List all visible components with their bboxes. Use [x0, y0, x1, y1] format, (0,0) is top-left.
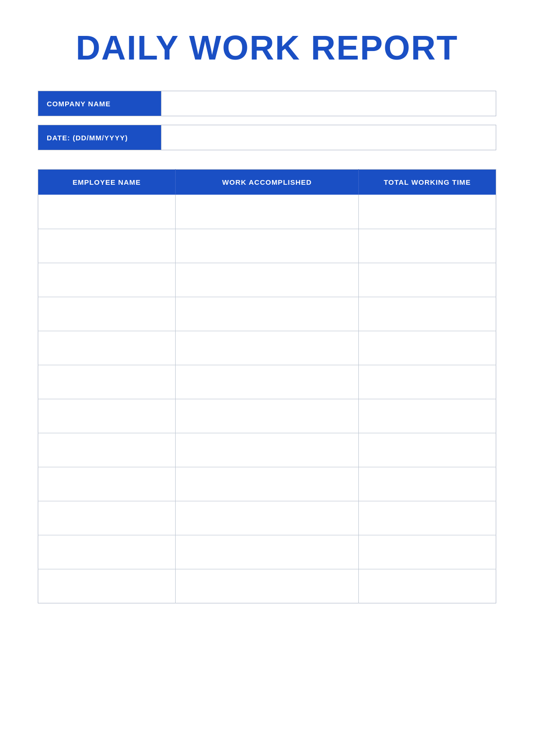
employee-name-cell[interactable]	[38, 195, 176, 229]
employee-name-cell[interactable]	[38, 331, 176, 365]
report-page: DAILY WORK REPORT COMPANY NAME DATE: (DD…	[0, 0, 534, 756]
work-accomplished-cell[interactable]	[176, 331, 359, 365]
employee-name-cell[interactable]	[38, 399, 176, 433]
working-time-cell[interactable]	[359, 501, 496, 535]
company-label: COMPANY NAME	[38, 91, 161, 116]
employee-name-cell[interactable]	[38, 535, 176, 569]
table-row	[38, 569, 496, 603]
working-time-cell[interactable]	[359, 399, 496, 433]
working-time-cell[interactable]	[359, 263, 496, 297]
table-row	[38, 365, 496, 399]
date-value[interactable]	[161, 125, 496, 150]
working-time-cell[interactable]	[359, 195, 496, 229]
employee-name-cell[interactable]	[38, 297, 176, 331]
header-employee-name: EMPLOYEE NAME	[38, 170, 176, 195]
work-accomplished-cell[interactable]	[176, 263, 359, 297]
info-section: COMPANY NAME DATE: (DD/MM/YYYY)	[38, 91, 496, 150]
table-row	[38, 331, 496, 365]
date-row: DATE: (DD/MM/YYYY)	[38, 125, 496, 150]
work-accomplished-cell[interactable]	[176, 535, 359, 569]
working-time-cell[interactable]	[359, 297, 496, 331]
work-accomplished-cell[interactable]	[176, 399, 359, 433]
employee-name-cell[interactable]	[38, 433, 176, 467]
employee-name-cell[interactable]	[38, 569, 176, 603]
company-row: COMPANY NAME	[38, 91, 496, 116]
table-row	[38, 501, 496, 535]
header-work-accomplished: WORK ACCOMPLISHED	[176, 170, 359, 195]
employee-name-cell[interactable]	[38, 229, 176, 263]
work-accomplished-cell[interactable]	[176, 229, 359, 263]
employee-name-cell[interactable]	[38, 501, 176, 535]
work-accomplished-cell[interactable]	[176, 195, 359, 229]
work-accomplished-cell[interactable]	[176, 365, 359, 399]
employee-name-cell[interactable]	[38, 467, 176, 501]
table-row	[38, 195, 496, 229]
work-table: EMPLOYEE NAME WORK ACCOMPLISHED TOTAL WO…	[38, 169, 496, 603]
table-row	[38, 263, 496, 297]
employee-name-cell[interactable]	[38, 365, 176, 399]
table-row	[38, 229, 496, 263]
work-accomplished-cell[interactable]	[176, 433, 359, 467]
table-header-row: EMPLOYEE NAME WORK ACCOMPLISHED TOTAL WO…	[38, 170, 496, 195]
working-time-cell[interactable]	[359, 535, 496, 569]
header-total-working-time: TOTAL WORKING TIME	[359, 170, 496, 195]
work-accomplished-cell[interactable]	[176, 297, 359, 331]
work-accomplished-cell[interactable]	[176, 569, 359, 603]
table-row	[38, 467, 496, 501]
table-row	[38, 535, 496, 569]
working-time-cell[interactable]	[359, 365, 496, 399]
table-row	[38, 433, 496, 467]
work-accomplished-cell[interactable]	[176, 501, 359, 535]
working-time-cell[interactable]	[359, 433, 496, 467]
table-row	[38, 297, 496, 331]
working-time-cell[interactable]	[359, 229, 496, 263]
table-row	[38, 399, 496, 433]
date-label: DATE: (DD/MM/YYYY)	[38, 125, 161, 150]
working-time-cell[interactable]	[359, 467, 496, 501]
work-accomplished-cell[interactable]	[176, 467, 359, 501]
report-title: DAILY WORK REPORT	[38, 28, 496, 67]
working-time-cell[interactable]	[359, 331, 496, 365]
working-time-cell[interactable]	[359, 569, 496, 603]
company-value[interactable]	[161, 91, 496, 116]
employee-name-cell[interactable]	[38, 263, 176, 297]
